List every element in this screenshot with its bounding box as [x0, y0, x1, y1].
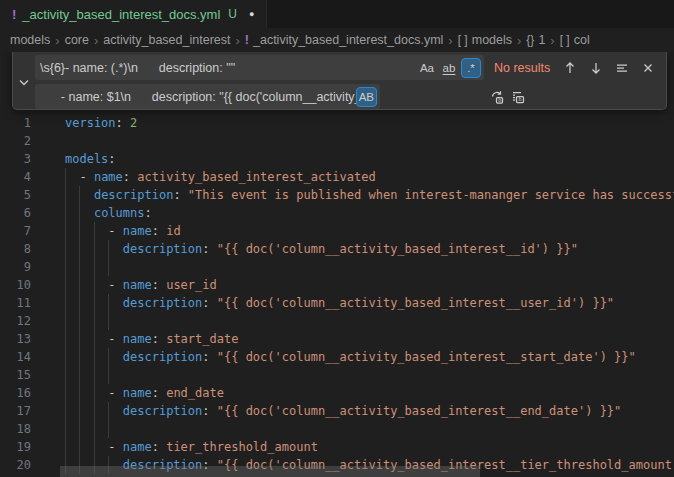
modified-dot-icon[interactable]: ● — [249, 9, 254, 19]
whole-word-button[interactable]: ab — [439, 58, 459, 78]
line-number: 13 — [0, 330, 47, 348]
line-number: 12 — [0, 312, 47, 330]
code-line[interactable]: 8 description: "{{ doc('column__activity… — [0, 240, 674, 258]
code-line[interactable]: 2 — [0, 132, 674, 150]
indent-guide — [108, 240, 109, 258]
indent-guide — [79, 204, 80, 222]
breadcrumb-item[interactable]: {}1 — [526, 33, 545, 47]
find-next-button[interactable] — [585, 57, 606, 78]
indent-guide — [79, 186, 80, 204]
symbol-object-icon: {} — [526, 33, 534, 47]
indent-guide — [79, 366, 80, 384]
editor[interactable]: 1version: 223models:4 - name: activity_b… — [0, 52, 674, 477]
find-previous-button[interactable] — [559, 57, 580, 78]
indent-guide — [65, 312, 66, 330]
breadcrumb-item[interactable]: activity_based_interest — [103, 33, 230, 47]
indent-guide — [65, 438, 66, 456]
replace-button[interactable]: b — [486, 86, 507, 107]
breadcrumb-item[interactable]: [ ]models — [458, 33, 512, 47]
code-line[interactable]: 18 — [0, 420, 674, 438]
indent-guide — [94, 348, 95, 366]
indent-guide — [108, 294, 109, 312]
breadcrumb-item[interactable]: [ ]col — [560, 33, 590, 47]
breadcrumb-item[interactable]: models — [10, 33, 50, 47]
indent-guide — [94, 420, 95, 438]
match-case-button[interactable]: Aa — [417, 58, 437, 78]
regex-button[interactable]: .* — [461, 58, 481, 78]
horizontal-scrollbar[interactable] — [60, 466, 480, 477]
replace-all-icon: b — [510, 89, 526, 105]
code-line[interactable]: 7 - name: id — [0, 222, 674, 240]
code-line[interactable]: 10 - name: user_id — [0, 276, 674, 294]
breadcrumb-label: models — [10, 33, 50, 47]
find-input[interactable]: \s{6}- name: (.*)\n description: "" Aa a… — [35, 55, 484, 80]
indent-guide — [94, 384, 95, 402]
replace-input[interactable]: - name: $1\n description: "{{ doc('colum… — [35, 84, 380, 109]
chevron-right-icon: › — [235, 33, 239, 48]
code-line[interactable]: 13 - name: start_date — [0, 330, 674, 348]
replace-row: - name: $1\n description: "{{ doc('colum… — [35, 84, 666, 109]
indent-guide — [94, 330, 95, 348]
breadcrumb-item[interactable]: !_activity_based_interest_docs.yml — [245, 33, 444, 47]
preserve-case-button[interactable]: AB — [356, 87, 377, 107]
arrow-up-icon — [562, 60, 578, 76]
line-number: 10 — [0, 276, 47, 294]
indent-guide — [94, 402, 95, 420]
svg-text:b: b — [518, 96, 521, 102]
chevron-right-icon: › — [55, 33, 59, 48]
indent-guide — [94, 294, 95, 312]
code-line[interactable]: 12 — [0, 312, 674, 330]
code-line[interactable]: 1version: 2 — [0, 114, 674, 132]
line-number: 4 — [0, 168, 47, 186]
code-line[interactable]: 17 description: "{{ doc('column__activit… — [0, 402, 674, 420]
code-line[interactable]: 11 description: "{{ doc('column__activit… — [0, 294, 674, 312]
close-button[interactable] — [637, 57, 658, 78]
code-text: description: "{{ doc('column__activity_b… — [65, 240, 578, 258]
code-line[interactable]: 6 columns: — [0, 204, 674, 222]
code-lines: 1version: 223models:4 - name: activity_b… — [0, 52, 674, 474]
code-line[interactable]: 5 description: "This event is published … — [0, 186, 674, 204]
code-text: - name: id — [65, 222, 181, 240]
symbol-array-icon: [ ] — [560, 33, 570, 47]
indent-guide — [79, 276, 80, 294]
code-line[interactable]: 15 — [0, 366, 674, 384]
code-text: - name: tier_threshold_amount — [65, 438, 318, 456]
git-untracked-badge: U — [228, 7, 237, 21]
replace-input-text: - name: $1\n description: "{{ doc('colum… — [40, 90, 356, 104]
replace-all-button[interactable]: b — [507, 86, 528, 107]
indent-guide — [79, 384, 80, 402]
code-line[interactable]: 9 — [0, 258, 674, 276]
code-text: - name: user_id — [65, 276, 217, 294]
code-line[interactable]: 16 - name: end_date — [0, 384, 674, 402]
indent-guide — [79, 330, 80, 348]
breadcrumb-item[interactable]: core — [65, 33, 89, 47]
indent-guide — [108, 258, 109, 276]
code-text: description: "This event is published wh… — [65, 186, 674, 204]
find-input-text: \s{6}- name: (.*)\n description: "" — [40, 61, 417, 75]
indent-guide — [65, 420, 66, 438]
code-line[interactable]: 3models: — [0, 150, 674, 168]
line-number: 5 — [0, 186, 47, 204]
indent-guide — [65, 258, 66, 276]
code-line[interactable]: 14 description: "{{ doc('column__activit… — [0, 348, 674, 366]
find-in-selection-button[interactable] — [611, 57, 632, 78]
vscode-window: ! _activity_based_interest_docs.yml U ● … — [0, 0, 674, 477]
find-row: \s{6}- name: (.*)\n description: "" Aa a… — [35, 55, 666, 80]
code-text: version: 2 — [65, 114, 137, 132]
selection-lines-icon — [614, 60, 630, 76]
symbol-array-icon: [ ] — [458, 33, 468, 47]
line-number: 19 — [0, 438, 47, 456]
breadcrumb-label: core — [65, 33, 89, 47]
breadcrumb-label: activity_based_interest — [103, 33, 230, 47]
indent-guide — [79, 222, 80, 240]
breadcrumb-label: 1 — [538, 33, 545, 47]
code-line[interactable]: 19 - name: tier_threshold_amount — [0, 438, 674, 456]
indent-guide — [79, 240, 80, 258]
indent-guide — [65, 402, 66, 420]
line-number: 7 — [0, 222, 47, 240]
code-line[interactable]: 4 - name: activity_based_interest_activa… — [0, 168, 674, 186]
tab-activity-based-interest-docs[interactable]: ! _activity_based_interest_docs.yml U ● — [0, 0, 267, 28]
line-number: 3 — [0, 150, 47, 168]
toggle-replace-button[interactable] — [14, 72, 35, 93]
line-number: 17 — [0, 402, 47, 420]
